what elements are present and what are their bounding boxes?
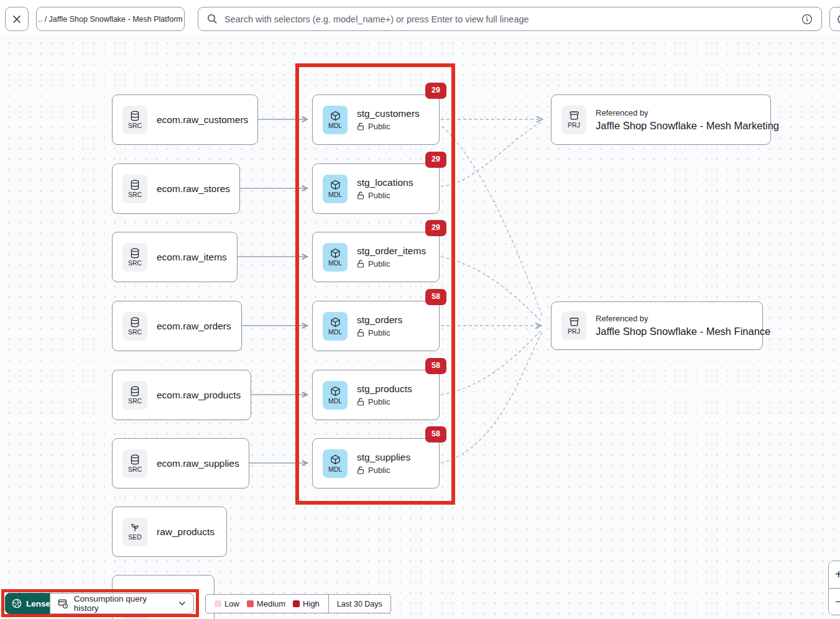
low-swatch bbox=[215, 600, 221, 607]
lineage-app: .. / Jaffle Shop Snowflake - Mesh Platfo… bbox=[0, 0, 840, 619]
chevron-down-icon bbox=[178, 601, 186, 606]
legend-item-low: Low bbox=[215, 599, 239, 608]
zoom-out-button[interactable]: − bbox=[829, 588, 840, 615]
legend-period: Last 30 Days bbox=[329, 595, 390, 613]
lens-selected-value: Consumption query history bbox=[74, 594, 173, 613]
edge-stg_customers-finance bbox=[442, 126, 543, 318]
edge-stg_products-finance bbox=[441, 330, 542, 395]
zoom-in-button[interactable]: + bbox=[829, 561, 840, 588]
legend-label: High bbox=[303, 599, 320, 608]
medium-swatch bbox=[247, 600, 254, 607]
edge-stg_locations-marketing bbox=[441, 122, 541, 186]
legend-item-medium: Medium bbox=[247, 599, 285, 608]
query-history-icon bbox=[58, 598, 68, 608]
legend-label: Low bbox=[224, 599, 239, 608]
lens-select[interactable]: Consumption query history bbox=[50, 593, 194, 614]
edge-stg_order_items-finance bbox=[441, 257, 542, 321]
zoom-controls: + − bbox=[828, 561, 840, 615]
high-swatch bbox=[293, 600, 300, 607]
lens-aperture-icon bbox=[12, 598, 22, 608]
lineage-edges bbox=[0, 0, 840, 619]
legend-item-high: High bbox=[293, 599, 320, 608]
edge-stg_supplies-finance bbox=[441, 332, 542, 463]
heat-legend: Low Medium High Last 30 Days bbox=[205, 594, 391, 613]
legend-scale: Low Medium High bbox=[206, 595, 329, 613]
legend-label: Medium bbox=[257, 599, 285, 608]
